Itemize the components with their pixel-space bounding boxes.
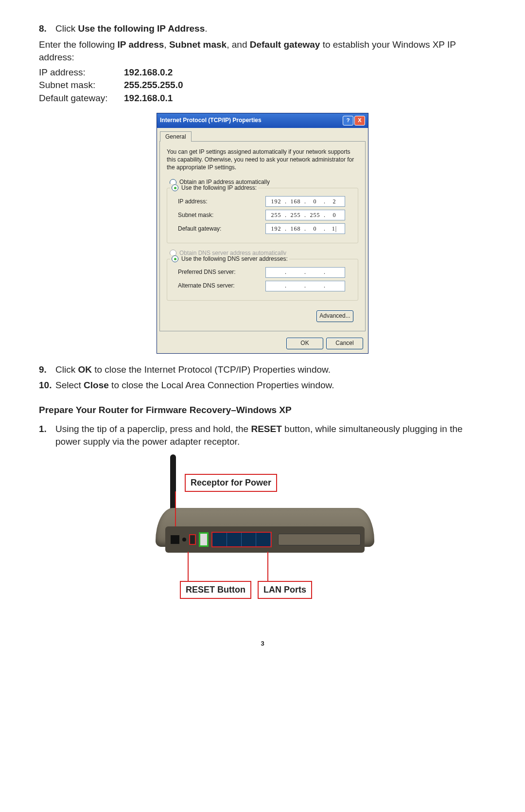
ip-settings-table: IP address:192.168.0.2 Subnet mask:255.2… (39, 66, 486, 105)
subnet-mask-field[interactable]: 255.255.255.0 (265, 210, 345, 220)
preferred-dns-field[interactable]: ... (265, 267, 345, 278)
step-10: 10. Select Close to close the Local Area… (39, 379, 486, 392)
dialog-title: Internet Protocol (TCP/IP) Properties (160, 116, 342, 125)
callout-receptor-power: Receptor for Power (185, 474, 277, 492)
ip-address-field[interactable]: 192.168.0.2 (265, 196, 345, 207)
section-heading: Prepare Your Router for Firmware Recover… (39, 404, 486, 417)
intro-text: Enter the following IP address, Subnet m… (39, 38, 486, 64)
page-number: 3 (39, 639, 486, 648)
ok-button[interactable]: OK (286, 338, 323, 349)
radio-use-following-dns[interactable]: Use the following DNS server addresses: (170, 255, 289, 263)
reset-button-icon (189, 534, 196, 545)
power-port-icon (171, 535, 179, 544)
router-diagram: Receptor for Power RESET Button LAN Port… (146, 454, 379, 610)
dns-group: Use the following DNS server addresses: … (167, 259, 358, 301)
router-ports-panel (165, 526, 365, 553)
tab-general[interactable]: General (160, 131, 192, 142)
tcpip-properties-dialog: Internet Protocol (TCP/IP) Properties ? … (157, 113, 368, 354)
step-1-router: 1. Using the tip of a paperclip, press a… (39, 423, 486, 449)
default-gateway-field[interactable]: 192.168.0.1| (265, 223, 345, 234)
step-8: 8. Click Use the following IP Address. (39, 22, 486, 36)
advanced-button[interactable]: Advanced... (316, 310, 353, 322)
card-slot-icon (278, 534, 361, 545)
close-icon[interactable]: X (354, 116, 365, 126)
callout-lan-ports: LAN Ports (258, 581, 312, 599)
alternate-dns-field[interactable]: ... (265, 281, 345, 291)
dialog-description: You can get IP settings assigned automat… (167, 148, 358, 171)
step-9: 9. Click OK to close the Internet Protoc… (39, 363, 486, 377)
ip-group: Use the following IP address: IP address… (167, 188, 358, 243)
dialog-panel: You can get IP settings assigned automat… (159, 141, 366, 331)
cancel-button[interactable]: Cancel (326, 338, 363, 349)
lan-ports-icon (211, 532, 272, 547)
radio-use-following-ip[interactable]: Use the following IP address: (170, 184, 258, 192)
callout-reset-button: RESET Button (180, 581, 251, 599)
help-icon[interactable]: ? (343, 116, 353, 126)
dialog-titlebar: Internet Protocol (TCP/IP) Properties ? … (157, 113, 368, 128)
usb-port-icon (199, 532, 209, 547)
